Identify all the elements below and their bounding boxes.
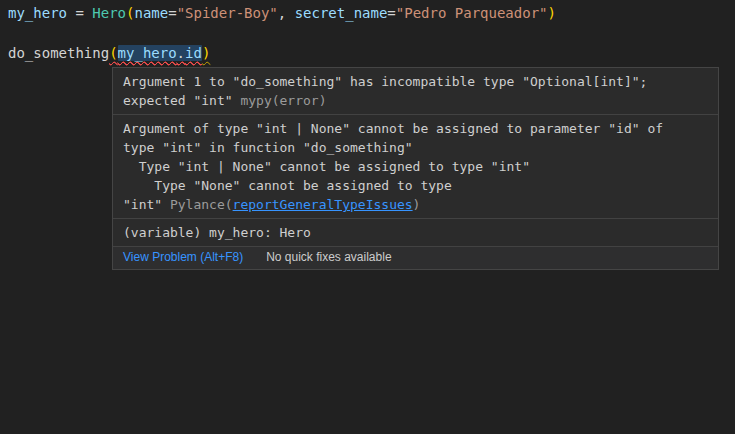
pylance-source-label-close: ) xyxy=(413,197,421,212)
editor-viewport: my_hero = Hero(name="Spider-Boy", secret… xyxy=(0,0,735,434)
mypy-message-line-1: Argument 1 to "do_something" has incompa… xyxy=(123,72,708,91)
code-line-2-empty[interactable] xyxy=(8,23,735,43)
pylance-message-line-4: Type "None" cannot be assigned to type xyxy=(123,176,708,195)
token-name-kwarg: name xyxy=(134,5,168,21)
pylance-message-line-1: Argument of type "int | None" cannot be … xyxy=(123,119,708,138)
pylance-source-label: Pylance( xyxy=(170,197,233,212)
pylance-message-line-3: Type "int | None" cannot be assigned to … xyxy=(123,157,708,176)
hover-tooltip: Argument 1 to "do_something" has incompa… xyxy=(112,67,719,270)
view-problem-link[interactable]: View Problem (Alt+F8) xyxy=(123,250,243,265)
token-comma: , xyxy=(278,5,295,21)
token-close-paren: ) xyxy=(548,5,556,21)
error-squiggle: (my_hero.id xyxy=(109,45,202,61)
token-do-something: do_something xyxy=(8,45,109,61)
highlighted-word-my-hero-id[interactable]: my_hero.id xyxy=(118,45,202,61)
report-general-type-issues-link[interactable]: reportGeneralTypeIssues xyxy=(233,197,413,212)
token-hero-class: Hero xyxy=(92,5,126,21)
token-close-paren-warning-squiggle: ) xyxy=(202,45,210,61)
quick-fix-status-text: No quick fixes available xyxy=(266,250,391,265)
token-string-pedro: "Pedro Parqueador" xyxy=(396,5,548,21)
diagnostic-pylance-section: Argument of type "int | None" cannot be … xyxy=(113,115,718,218)
token-secret-name-kwarg: secret_name xyxy=(295,5,388,21)
token-equals: = xyxy=(168,5,176,21)
hover-status-bar: View Problem (Alt+F8) No quick fixes ava… xyxy=(113,246,718,269)
diagnostic-mypy-section: Argument 1 to "do_something" has incompa… xyxy=(113,68,718,114)
editor-code-area[interactable]: my_hero = Hero(name="Spider-Boy", secret… xyxy=(8,3,735,63)
pylance-message-line-2: type "int" in function "do_something" xyxy=(123,138,708,157)
token-my-hero: my_hero xyxy=(118,45,177,61)
token-equals: = xyxy=(387,5,395,21)
pylance-message-line-5: "int" Pylance(reportGeneralTypeIssues) xyxy=(123,195,708,214)
code-line-1[interactable]: my_hero = Hero(name="Spider-Boy", secret… xyxy=(8,3,735,23)
pylance-message-text: "int" xyxy=(123,197,170,212)
mypy-message-line-2: expected "int" mypy(error) xyxy=(123,91,708,110)
token-open-paren: ( xyxy=(109,45,117,61)
token-id: id xyxy=(185,45,202,61)
code-line-3[interactable]: do_something(my_hero.id) xyxy=(8,43,735,63)
mypy-message-text: expected "int" xyxy=(123,93,240,108)
token-string-spider-boy: "Spider-Boy" xyxy=(177,5,278,21)
variable-type-info: (variable) my_hero: Hero xyxy=(123,223,708,242)
mypy-source-label: mypy(error) xyxy=(240,93,326,108)
token-assign: = xyxy=(67,5,92,21)
token-my-hero: my_hero xyxy=(8,5,67,21)
token-dot: . xyxy=(177,45,185,61)
variable-info-section: (variable) my_hero: Hero xyxy=(113,219,718,246)
